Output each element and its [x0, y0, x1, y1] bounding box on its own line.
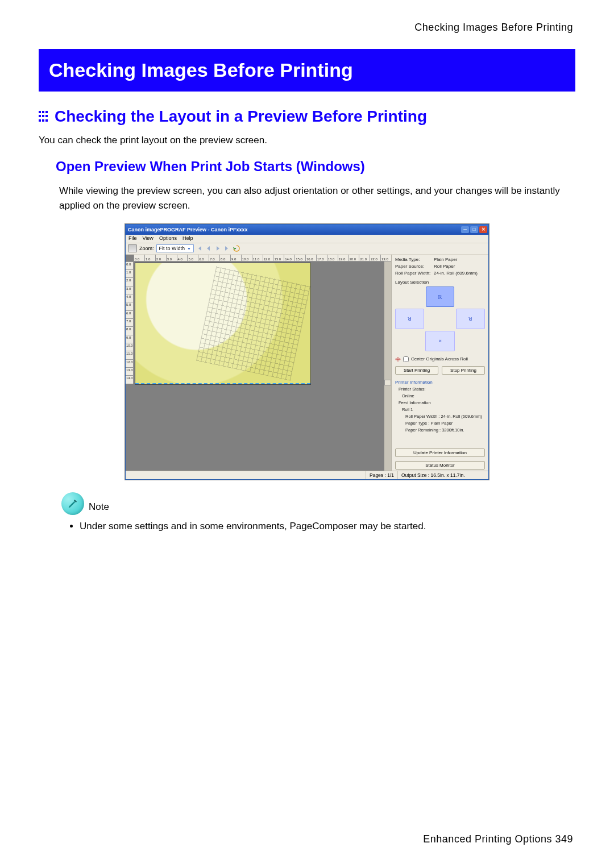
page-header-right: Checking Images Before Printing: [414, 22, 573, 34]
printer-status-value: Online: [395, 393, 485, 398]
sub-heading: Open Preview When Print Job Starts (Wind…: [39, 159, 575, 175]
feed-info-label: Feed Information: [395, 400, 485, 405]
center-originals-icon: [395, 356, 401, 362]
nav-next-button[interactable]: [214, 245, 221, 252]
nav-first-button[interactable]: [196, 245, 203, 252]
preview-canvas-pane: 0.01.02.03.04.05.06.07.08.09.010.011.012…: [126, 255, 392, 471]
roll-width-value: 24-in. Roll (609.6mm): [434, 271, 478, 276]
printer-icon[interactable]: [128, 244, 137, 252]
note-label: Note: [89, 501, 109, 515]
note-item-1: Under some settings and in some environm…: [80, 521, 575, 532]
zoom-value: Fit to Width: [159, 246, 185, 251]
layout-opt-portrait-bottom[interactable]: ᴚ: [425, 331, 455, 351]
layout-options: R ᴚ ᴚ: [395, 286, 485, 329]
status-monitor-button[interactable]: Status Monitor: [395, 461, 485, 470]
menubar: File View Options Help: [126, 235, 488, 243]
section-heading-text: Checking the Layout in a Preview Before …: [55, 107, 427, 126]
zoom-combo[interactable]: Fit to Width ▼: [156, 244, 194, 252]
center-originals-checkbox[interactable]: [403, 356, 409, 362]
chevron-down-icon: ▼: [187, 247, 191, 251]
roll1-label: Roll 1: [395, 407, 485, 412]
center-originals-label: Center Originals Across Roll: [411, 356, 468, 362]
nav-last-button[interactable]: [223, 245, 230, 252]
app-body: 0.01.02.03.04.05.06.07.08.09.010.011.012…: [126, 255, 488, 471]
zoom-label: Zoom:: [139, 246, 154, 251]
layout-opt-rotate-right[interactable]: ᴚ: [456, 309, 485, 329]
menu-view[interactable]: View: [143, 235, 154, 242]
update-printer-info-button[interactable]: Update Printer Information: [395, 448, 485, 457]
body-text-1: You can check the print layout on the pr…: [39, 135, 575, 146]
start-printing-button[interactable]: Start Printing: [395, 366, 438, 375]
close-button[interactable]: ✕: [479, 226, 487, 233]
toolbar: Zoom: Fit to Width ▼: [126, 243, 488, 255]
menu-file[interactable]: File: [128, 235, 137, 242]
feed-remaining: Paper Remaining : 3200ft.10in.: [395, 427, 485, 433]
section-heading: Checking the Layout in a Preview Before …: [39, 107, 575, 126]
statusbar: Pages : 1/1 Output Size : 16.5in. x 11.7…: [126, 471, 488, 479]
feed-roll-width: Roll Paper Width : 24-in. Roll (609.6mm): [395, 414, 485, 419]
app-window: Canon imagePROGRAF Preview - Canon iPFxx…: [125, 224, 489, 480]
media-type-label: Media Type:: [395, 257, 434, 262]
scrollbar-vertical[interactable]: [384, 261, 391, 471]
ruler-vertical: 0.01.02.03.04.05.06.07.08.09.010.011.012…: [126, 261, 134, 384]
nav-prev-button[interactable]: [205, 245, 212, 252]
layout-opt-portrait-top[interactable]: R: [426, 286, 455, 307]
titlebar: Canon imagePROGRAF Preview - Canon iPFxx…: [126, 225, 488, 235]
printer-info-heading: Printer Information: [395, 380, 485, 385]
status-output-size: Output Size : 16.5in. x 11.7in.: [397, 471, 488, 479]
roll-width-label: Roll Paper Width:: [395, 271, 434, 276]
stop-printing-button[interactable]: Stop Printing: [442, 366, 485, 375]
printer-status-label: Printer Status:: [399, 387, 426, 392]
layout-opt-rotate-left[interactable]: ᴚ: [395, 309, 424, 329]
page-preview: [135, 263, 311, 385]
chapter-title-band: Checking Images Before Printing: [39, 49, 575, 92]
paper-source-value: Roll Paper: [434, 264, 455, 269]
sub-body-text: While viewing the preview screen, you ca…: [39, 184, 575, 214]
note-pen-icon: [61, 492, 84, 515]
status-pages: Pages : 1/1: [366, 471, 397, 479]
side-panel: Media Type:Plain Paper Paper Source:Roll…: [392, 255, 488, 471]
menu-help[interactable]: Help: [182, 235, 193, 242]
paper-source-label: Paper Source:: [395, 264, 434, 269]
feed-paper-type: Paper Type : Plain Paper: [395, 421, 485, 426]
scroll-down-button[interactable]: [384, 380, 391, 385]
rotate-button[interactable]: [233, 244, 240, 252]
layout-selection-label: Layout Selection: [395, 280, 485, 285]
canvas-area[interactable]: [134, 261, 384, 471]
grid-icon: [39, 111, 50, 122]
media-type-value: Plain Paper: [434, 257, 457, 262]
page-footer-right: Enhanced Printing Options 349: [423, 833, 573, 845]
ruler-horizontal: 0.01.02.03.04.05.06.07.08.09.010.011.012…: [134, 255, 391, 261]
menu-options[interactable]: Options: [159, 235, 177, 242]
maximize-button[interactable]: □: [470, 226, 478, 233]
embedded-screenshot: Canon imagePROGRAF Preview - Canon iPFxx…: [39, 224, 575, 480]
note-block: Note Under some settings and in some env…: [39, 492, 575, 532]
minimize-button[interactable]: ─: [461, 226, 469, 233]
window-title: Canon imagePROGRAF Preview - Canon iPFxx…: [128, 227, 248, 232]
